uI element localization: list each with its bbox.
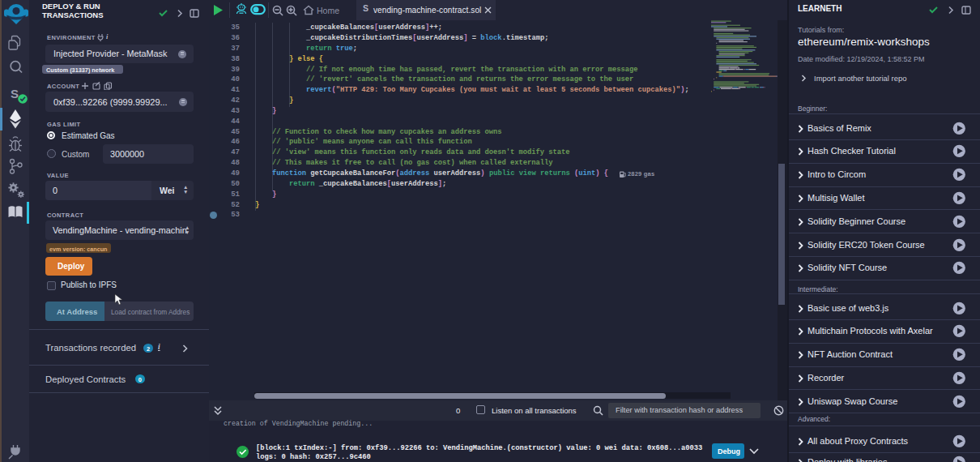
svg-text:S: S [11, 87, 19, 101]
